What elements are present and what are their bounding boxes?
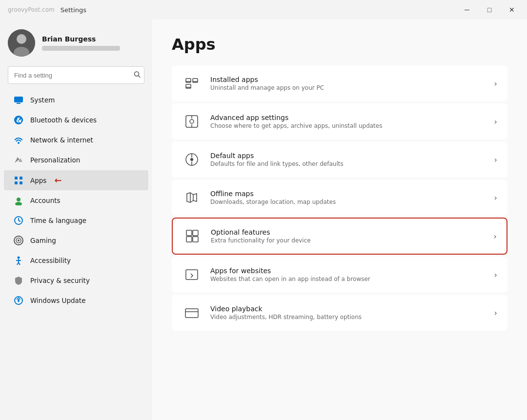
- installed-apps-icon: [182, 74, 202, 93]
- svg-rect-30: [193, 79, 198, 82]
- installed-apps-text: Installed apps Uninstall and manage apps…: [210, 76, 486, 91]
- svg-point-9: [18, 142, 20, 144]
- advanced-icon: [182, 112, 202, 131]
- setting-item-apps-for-websites[interactable]: Apps for websites Websites that can open…: [172, 257, 507, 293]
- default-apps-chevron: ›: [494, 155, 497, 164]
- sidebar-item-gaming[interactable]: Gaming: [4, 231, 148, 250]
- optional-features-icon: [182, 226, 202, 246]
- avatar: [8, 29, 35, 57]
- offline-maps-icon: [182, 188, 202, 207]
- search-input[interactable]: [8, 66, 144, 84]
- sidebar-item-accessibility-label: Accessibility: [30, 257, 71, 264]
- svg-rect-49: [185, 309, 198, 318]
- video-playback-title: Video playback: [210, 305, 486, 313]
- search-box: [8, 66, 144, 84]
- svg-rect-32: [186, 84, 191, 88]
- sidebar: Brian Burgess: [0, 20, 152, 420]
- sidebar-item-bluetooth[interactable]: & Bluetooth & devices: [4, 110, 148, 130]
- advanced-title: Advanced app settings: [210, 114, 486, 121]
- page-title: Apps: [172, 35, 507, 54]
- sidebar-item-windowsupdate-label: Windows Update: [30, 297, 85, 304]
- user-info: Brian Burgess: [42, 35, 120, 51]
- nav-menu: System & Bluetooth & devices: [0, 90, 152, 311]
- offline-maps-title: Offline maps: [210, 190, 486, 198]
- optional-features-title: Optional features: [211, 228, 485, 236]
- sidebar-item-gaming-label: Gaming: [30, 237, 56, 244]
- network-icon: [14, 135, 23, 145]
- svg-point-1: [17, 34, 26, 44]
- bluetooth-icon: &: [14, 115, 23, 125]
- video-playback-chevron: ›: [494, 308, 497, 318]
- title-bar-left: groovyPost.com Settings: [8, 6, 86, 14]
- installed-apps-chevron: ›: [494, 79, 497, 88]
- default-apps-text: Default apps Defaults for file and link …: [210, 152, 486, 167]
- accounts-icon: [14, 196, 23, 205]
- setting-item-offline-maps[interactable]: Offline maps Downloads, storage location…: [172, 180, 507, 216]
- sidebar-item-bluetooth-label: Bluetooth & devices: [30, 116, 97, 124]
- svg-rect-13: [20, 181, 22, 184]
- apps-for-websites-title: Apps for websites: [210, 267, 486, 275]
- sidebar-item-network-label: Network & internet: [30, 136, 93, 144]
- offline-maps-desc: Downloads, storage location, map updates: [210, 199, 486, 205]
- sidebar-item-system[interactable]: System: [4, 90, 148, 110]
- sidebar-item-accounts-label: Accounts: [30, 197, 61, 204]
- sidebar-item-apps[interactable]: Apps ←: [4, 170, 148, 190]
- svg-rect-28: [186, 79, 191, 82]
- title-bar: groovyPost.com Settings ─ □ ✕: [0, 0, 527, 20]
- svg-rect-6: [17, 103, 20, 104]
- advanced-text: Advanced app settings Choose where to ge…: [210, 114, 486, 129]
- personalization-icon: [14, 155, 23, 165]
- svg-rect-47: [193, 237, 198, 242]
- svg-rect-11: [20, 177, 22, 180]
- svg-rect-45: [193, 230, 198, 236]
- accessibility-icon: [14, 256, 23, 265]
- video-playback-text: Video playback Video adjustments, HDR st…: [210, 305, 486, 320]
- search-button[interactable]: [134, 71, 141, 80]
- svg-rect-5: [14, 97, 23, 102]
- apps-for-websites-chevron: ›: [494, 270, 497, 280]
- optional-features-text: Optional features Extra functionality fo…: [211, 228, 485, 244]
- minimize-button[interactable]: ─: [456, 2, 478, 18]
- sidebar-item-personalization[interactable]: Personalization: [4, 150, 148, 170]
- system-icon: [14, 95, 23, 105]
- close-button[interactable]: ✕: [501, 2, 523, 18]
- setting-item-advanced[interactable]: Advanced app settings Choose where to ge…: [172, 103, 507, 140]
- sidebar-item-windowsupdate[interactable]: Windows Update: [4, 291, 148, 310]
- sidebar-item-time-label: Time & language: [30, 217, 86, 224]
- sidebar-item-accounts[interactable]: Accounts: [4, 191, 148, 210]
- installed-apps-desc: Uninstall and manage apps on your PC: [210, 84, 486, 91]
- installed-apps-title: Installed apps: [210, 76, 486, 83]
- app-body: Brian Burgess: [0, 20, 527, 420]
- time-icon: [14, 216, 23, 225]
- apps-for-websites-icon: [182, 265, 202, 284]
- default-apps-desc: Defaults for file and link types, other …: [210, 160, 486, 167]
- svg-point-15: [15, 202, 22, 205]
- gaming-icon: [14, 236, 23, 245]
- windows-update-icon: [14, 296, 23, 305]
- svg-line-26: [19, 262, 20, 265]
- setting-item-installed-apps[interactable]: Installed apps Uninstall and manage apps…: [172, 65, 507, 101]
- svg-line-18: [19, 220, 20, 221]
- sidebar-item-apps-label: Apps: [30, 177, 46, 184]
- sidebar-item-time[interactable]: Time & language: [4, 211, 148, 230]
- setting-item-optional-features[interactable]: Optional features Extra functionality fo…: [172, 218, 507, 255]
- svg-text:&: &: [16, 116, 22, 124]
- setting-item-default-apps[interactable]: Default apps Defaults for file and link …: [172, 141, 507, 178]
- user-section: Brian Burgess: [0, 20, 152, 64]
- settings-list: Installed apps Uninstall and manage apps…: [172, 65, 507, 331]
- sidebar-item-privacy[interactable]: Privacy & security: [4, 271, 148, 290]
- offline-maps-chevron: ›: [494, 193, 497, 202]
- sidebar-item-system-label: System: [30, 96, 55, 104]
- apps-icon: [14, 176, 23, 185]
- svg-point-39: [190, 158, 193, 161]
- video-playback-icon: [182, 303, 202, 322]
- sidebar-item-accessibility[interactable]: Accessibility: [4, 251, 148, 270]
- svg-rect-44: [186, 230, 192, 236]
- svg-line-4: [139, 76, 141, 78]
- setting-item-video-playback[interactable]: Video playback Video adjustments, HDR st…: [172, 295, 507, 331]
- user-name: Brian Burgess: [42, 35, 120, 43]
- sidebar-item-network[interactable]: Network & internet: [4, 130, 148, 150]
- apps-arrow: ←: [54, 175, 61, 185]
- maximize-button[interactable]: □: [478, 2, 501, 18]
- user-email-bar: [42, 46, 120, 51]
